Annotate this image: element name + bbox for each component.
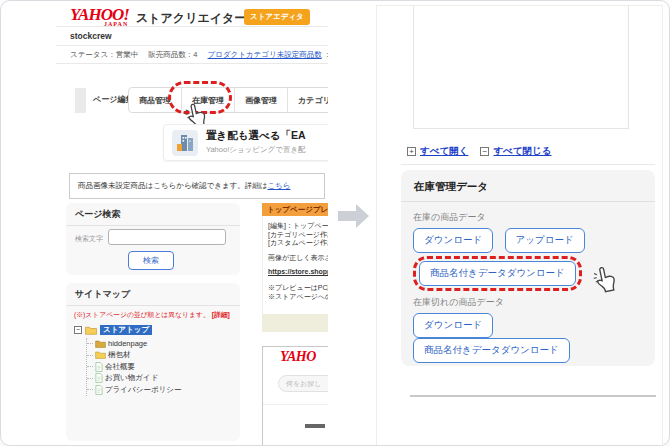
sitemap-root-row[interactable]: − ストアトップ <box>74 325 152 335</box>
highlighted-button-circle: 商品名付きデータダウンロード <box>413 256 582 291</box>
collapse-all-link[interactable]: すべて閉じる <box>493 145 551 158</box>
status-category-value: ：0 <box>324 50 328 59</box>
tree-item-label: 梱包材 <box>108 350 131 360</box>
page-search-title: ページ検索 <box>66 203 240 226</box>
page-icon <box>95 362 103 372</box>
sitemap-note-text: (※)ストアページの並び順とは異なります。 <box>74 311 210 318</box>
arrow-right-icon <box>338 203 370 233</box>
page-search-box: ページ検索 検索文字 検索 <box>66 203 240 275</box>
preview-panel-body: [編集]：トップペー [カテゴリページ作成 [カスタムページ作成 画像が正しく表… <box>262 216 328 314</box>
preview-line: [カスタムページ作成 <box>268 239 328 248</box>
folder-icon <box>95 340 106 348</box>
preview-store-url-link[interactable]: https://store.shopp <box>268 268 328 277</box>
named-data-download-button[interactable]: 商品名付きデータダウンロード <box>413 338 570 363</box>
plus-box-icon: + <box>407 147 416 156</box>
preview-embed-frame: YAHO 何をお探し <box>262 346 328 446</box>
status-category-link[interactable]: プロダクトカテゴリ未設定商品数 <box>208 50 322 59</box>
search-button[interactable]: 検索 <box>128 251 174 270</box>
sitemap-note: (※)ストアページの並び順とは異なります。 [詳細] <box>74 310 230 320</box>
collapsed-content-box <box>413 5 629 129</box>
tab-rail-block <box>75 88 86 113</box>
preview-panel-header: トップページプレ <box>262 203 328 216</box>
store-id: stockcrew <box>70 27 112 46</box>
tree-root-selected[interactable]: ストアトップ <box>100 325 152 335</box>
embed-fine-print <box>305 424 325 428</box>
upload-button[interactable]: アップロード <box>505 228 585 253</box>
cursor-hand-icon <box>591 264 619 300</box>
preview-note: ※ストアページへの反 <box>268 293 328 302</box>
tree-item-hiddenpage[interactable]: hiddenpage <box>87 338 181 350</box>
bottom-divider <box>410 395 656 397</box>
folder-open-icon <box>85 326 97 335</box>
download-button[interactable]: ダウンロード <box>413 228 493 253</box>
image-notice-box: 商品画像未設定商品はこちらから確認できます。詳細はこちら <box>69 173 325 199</box>
expand-all-link[interactable]: すべて開く <box>420 145 468 158</box>
notice-link[interactable]: こちら <box>267 181 290 190</box>
tree-collapse-icon[interactable]: − <box>74 326 82 334</box>
sitemap-tree: hiddenpage 梱包材 会社概要 お買い物ガイド <box>86 338 181 396</box>
status-bar: ステータス：営業中 販売商品数：4 プロダクトカテゴリ未設定商品数 ：0 追加画… <box>56 46 328 64</box>
minus-box-icon: − <box>480 147 489 156</box>
named-data-download-button[interactable]: 商品名付きデータダウンロード <box>419 261 576 286</box>
tree-item-shopping-guide[interactable]: お買い物ガイド <box>87 373 181 385</box>
preview-line: [カテゴリページ作成 <box>268 231 328 240</box>
sitemap-note-detail-link[interactable]: [詳細] <box>212 311 230 318</box>
promo-banner[interactable]: 置き配も選べる「EA Yahoo!ショッピングで置き配 <box>163 124 328 161</box>
tab-image-management[interactable]: 画像管理 <box>234 88 287 112</box>
embed-divider <box>263 404 328 405</box>
tab-category-management[interactable]: カテゴリ管理 <box>287 88 328 112</box>
download-button[interactable]: ダウンロード <box>413 313 493 338</box>
tree-item-label: お買い物ガイド <box>105 373 158 383</box>
right-screenshot-panel: + すべて開く − すべて閉じる 在庫管理データ 在庫の商品データ ダウンロード… <box>376 5 663 446</box>
promo-banner-subtitle: Yahoo!ショッピングで置き配 <box>206 145 306 155</box>
folder-icon <box>95 351 106 359</box>
building-icon <box>172 130 198 160</box>
tree-item-company[interactable]: 会社概要 <box>87 361 181 373</box>
tree-item-label: hiddenpage <box>108 339 147 348</box>
stock-data-label: 在庫の商品データ <box>413 211 643 224</box>
status-item-count: 販売商品数：4 <box>148 50 197 59</box>
page-icon <box>95 373 103 383</box>
preview-note: ※プレビューはPC版 <box>268 284 328 293</box>
page-icon <box>95 385 103 395</box>
sitemap-title: サイトマップ <box>66 283 240 306</box>
notice-text: 商品画像未設定商品はこちらから確認できます。詳細は <box>78 181 267 190</box>
store-editor-badge[interactable]: ストアエディタ <box>244 9 310 25</box>
stock-data-buttons: ダウンロード アップロード <box>413 228 643 253</box>
embed-yahoo-logo: YAHO <box>280 349 316 365</box>
out-of-stock-buttons: ダウンロード 商品名付きデータダウンロード <box>413 313 643 363</box>
tree-item-label: プライバシーポリシー <box>105 385 181 395</box>
tutorial-figure-card: YAHOO! JAPAN ストアクリエイターPro ストアエディタ stockc… <box>0 0 670 446</box>
tree-item-packing[interactable]: 梱包材 <box>87 350 181 362</box>
preview-line: [編集]：トップペー <box>268 222 328 231</box>
preview-image-note: 画像が正しく表示され <box>268 254 328 263</box>
search-field-label: 検索文字 <box>75 234 103 244</box>
store-id-row: stockcrew <box>56 26 328 46</box>
inventory-section-title: 在庫管理データ <box>401 170 655 202</box>
tree-item-label: 会社概要 <box>105 362 135 372</box>
promo-banner-title: 置き配も選べる「EA <box>206 129 306 143</box>
expand-all-control[interactable]: + すべて開く <box>407 145 468 158</box>
links-separator <box>401 164 655 165</box>
expand-collapse-links: + すべて開く − すべて閉じる <box>407 145 552 158</box>
sitemap-box: サイトマップ (※)ストアページの並び順とは異なります。 [詳細] − ストアト… <box>66 283 240 441</box>
left-screenshot-panel: YAHOO! JAPAN ストアクリエイターPro ストアエディタ stockc… <box>56 1 328 446</box>
status-state: ステータス：営業中 <box>70 50 138 59</box>
tree-item-privacy-policy[interactable]: プライバシーポリシー <box>87 384 181 396</box>
embed-search-box[interactable]: 何をお探し <box>278 375 328 392</box>
preview-yellow-bar <box>262 314 328 332</box>
page-search-input[interactable] <box>108 229 226 245</box>
collapse-all-control[interactable]: − すべて閉じる <box>480 145 551 158</box>
